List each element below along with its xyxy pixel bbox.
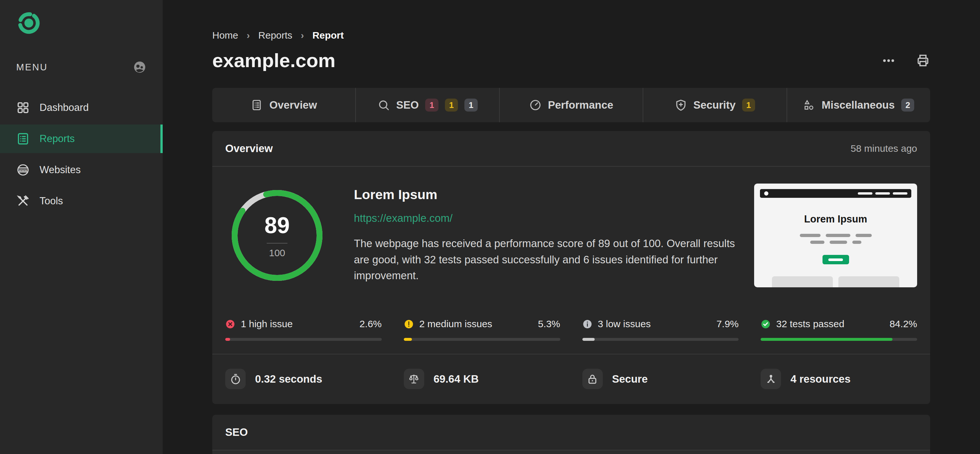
main-content: Home › Reports › Report example.com O [163,0,980,454]
tab-label: Performance [548,99,614,111]
sidebar-item-dashboard[interactable]: Dashboard [0,93,163,122]
sidebar-item-label: Tools [40,195,63,207]
lock-icon [587,373,598,385]
stat-medium-issues: 2 medium issues 5.3% [404,319,560,341]
overview-section-title: Overview [225,142,273,155]
metric-load-time: 0.32 seconds [225,369,382,389]
circle-dots-icon[interactable] [132,60,147,75]
stat-low-issues: 3 low issues 7.9% [582,319,739,341]
tab-security[interactable]: Security 1 [643,88,786,122]
metric-label: Secure [612,373,648,385]
stat-label: 3 low issues [598,319,651,330]
globe-www-icon: www [16,163,30,177]
breadcrumb-home[interactable]: Home [212,30,238,41]
metric-label: 0.32 seconds [255,373,322,385]
print-icon[interactable] [916,54,930,68]
report-list-icon [16,132,30,146]
sidebar-item-label: Dashboard [40,102,89,113]
seo-low-badge: 1 [465,99,477,112]
tab-label: Security [694,99,736,111]
metric-chip [760,369,781,389]
resources-icon [765,373,777,385]
quick-metrics-row: 0.32 seconds 69.64 KB [212,354,930,404]
thumbnail-button [822,255,849,264]
breadcrumb-reports[interactable]: Reports [258,30,292,41]
seo-section-title: SEO [225,426,248,438]
tab-label: SEO [396,99,419,111]
issue-stats-row: 1 high issue 2.6% 2 medium issues 5.3% [212,307,930,354]
thumbnail-text-placeholder [754,234,917,237]
site-name: Lorem Ipsum [354,187,740,202]
app-logo-icon[interactable] [16,10,42,36]
page-title: example.com [212,49,336,72]
chevron-right-icon: › [247,30,250,41]
security-badge: 1 [742,99,755,112]
sidebar-nav: Dashboard Reports www Websites Tools [0,93,163,215]
metric-page-size: 69.64 KB [404,369,560,389]
tab-performance[interactable]: Performance [499,88,643,122]
sidebar: MENU Dashboard Reports [0,0,163,454]
shield-plus-icon [675,99,687,111]
seo-card: SEO [212,415,930,454]
metric-chip [225,369,246,389]
overview-icon [250,99,263,111]
sidebar-item-label: Reports [40,133,75,145]
x-circle-icon [225,319,235,329]
score-divider [267,243,288,244]
stat-bar-fill [404,338,412,341]
site-description: The webpage has received a performance s… [354,236,740,284]
stat-percent: 2.6% [360,319,382,330]
sidebar-item-label: Websites [40,164,81,176]
overview-card: Overview 58 minutes ago 89 100 Lorem Ips… [212,131,930,404]
site-url-link[interactable]: https://example.com/ [354,212,452,225]
more-options-icon[interactable] [881,54,896,68]
dashboard-grid-icon [16,101,30,115]
search-icon [377,99,390,111]
metric-security: Secure [582,369,739,389]
tools-icon [16,194,30,208]
seo-medium-badge: 1 [445,99,458,112]
stat-label: 32 tests passed [776,319,844,330]
tab-label: Miscellaneous [821,99,895,111]
info-circle-icon [582,319,592,329]
stat-bar-fill [225,338,230,341]
shapes-icon [803,99,815,111]
svg-text:www: www [19,168,27,172]
breadcrumb-current: Report [312,30,344,41]
stat-label: 2 medium issues [419,319,492,330]
score-ring: 89 100 [230,188,324,282]
tab-miscellaneous[interactable]: Miscellaneous 2 [786,88,930,122]
misc-badge: 2 [901,99,914,112]
stat-tests-passed: 32 tests passed 84.2% [760,319,917,341]
tab-seo[interactable]: SEO 1 1 1 [355,88,499,122]
breadcrumb: Home › Reports › Report [212,0,930,41]
sidebar-item-tools[interactable]: Tools [0,187,163,215]
sidebar-item-websites[interactable]: www Websites [0,156,163,184]
score-max: 100 [269,247,285,258]
stopwatch-icon [230,373,242,385]
seo-first-row-partial [212,451,930,454]
chevron-right-icon: › [301,30,304,41]
score-value: 89 [264,212,290,238]
thumbnail-text-placeholder [754,241,917,244]
sidebar-item-reports[interactable]: Reports [0,124,163,153]
report-tabs: Overview SEO 1 1 1 Performance Security … [212,88,930,122]
stat-label: 1 high issue [241,319,293,330]
stat-high-issues: 1 high issue 2.6% [225,319,382,341]
thumbnail-heading: Lorem Ipsum [754,213,917,225]
metric-label: 4 resources [791,373,850,385]
site-thumbnail[interactable]: Lorem Ipsum [754,183,917,287]
seo-high-badge: 1 [425,99,438,112]
stat-bar-fill [760,338,892,341]
metric-chip [404,369,424,389]
thumbnail-dot [764,191,768,196]
tab-overview[interactable]: Overview [212,88,355,122]
gauge-icon [529,99,541,111]
stat-percent: 84.2% [889,319,917,330]
thumbnail-menu-lines [858,192,907,194]
thumbnail-browser-bar [760,189,911,198]
stat-percent: 5.3% [538,319,560,330]
report-timestamp: 58 minutes ago [851,143,917,154]
metric-label: 69.64 KB [434,373,479,385]
alert-circle-icon [404,319,414,329]
